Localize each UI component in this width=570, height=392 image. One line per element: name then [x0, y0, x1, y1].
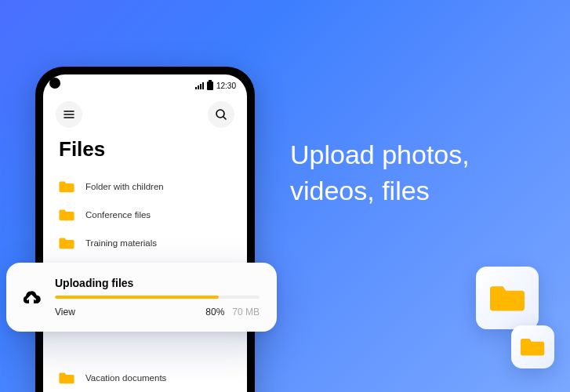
progress-bar: [55, 296, 260, 299]
decorative-folder-large: [476, 267, 539, 329]
page-title: Files: [43, 132, 247, 172]
progress-fill: [55, 296, 219, 299]
marketing-line-1: Upload photos,: [290, 137, 470, 173]
folder-icon: [59, 209, 74, 221]
decorative-folder-small: [511, 325, 554, 368]
hamburger-icon: [63, 108, 75, 121]
menu-button[interactable]: [56, 101, 82, 128]
upload-size: 70 MB: [232, 307, 260, 318]
folder-icon: [490, 281, 525, 315]
folder-item[interactable]: Conference files: [59, 201, 231, 229]
phone-screen: 12:30 Files Folde: [43, 74, 247, 392]
status-time: 12:30: [216, 82, 236, 90]
upload-title: Uploading files: [55, 277, 260, 289]
folder-label: Folder with children: [85, 182, 164, 191]
folder-icon: [521, 335, 544, 358]
upload-card: Uploading files View 80% 70 MB: [6, 263, 277, 332]
toolbar: [43, 96, 247, 132]
marketing-headline: Upload photos, videos, files: [290, 137, 470, 209]
folder-icon: [59, 237, 74, 249]
search-icon: [215, 108, 227, 121]
upload-cloud-icon: [20, 286, 42, 308]
folder-label: Training materials: [85, 238, 157, 248]
folder-label: Vacation documents: [85, 373, 166, 383]
battery-icon: [207, 82, 213, 90]
upload-footer: View 80% 70 MB: [55, 307, 260, 318]
folder-icon: [59, 180, 74, 193]
phone-frame: 12:30 Files Folde: [35, 67, 255, 392]
folder-icon: [59, 372, 74, 384]
folder-item[interactable]: Vacation documents: [59, 364, 231, 392]
upload-percent: 80%: [205, 307, 224, 318]
upload-body: Uploading files View 80% 70 MB: [55, 277, 260, 318]
search-button[interactable]: [208, 101, 234, 128]
camera-dot: [49, 78, 60, 89]
marketing-line-2: videos, files: [290, 173, 470, 209]
signal-icon: [195, 82, 204, 89]
view-button[interactable]: View: [55, 307, 75, 318]
status-bar: 12:30: [43, 74, 247, 96]
folder-item[interactable]: Folder with children: [59, 172, 231, 201]
folder-label: Conference files: [85, 210, 151, 220]
folder-item[interactable]: Training materials: [59, 229, 231, 257]
